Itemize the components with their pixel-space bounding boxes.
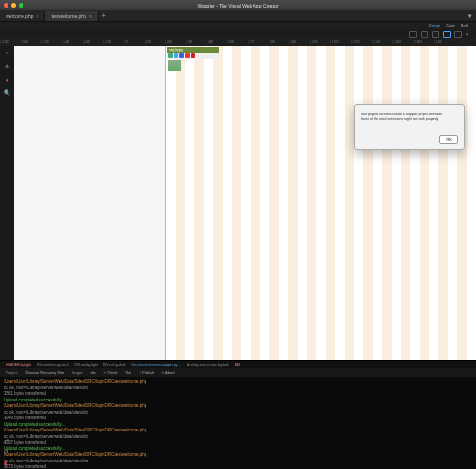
tab-testwelcome[interactable]: testwelcome.php × [45,11,98,21]
workspace: ↖ ✥ ● 🔍 seg_bg.jpg Your page is located … [0,46,476,360]
view-mode-bar: Design Code Both [0,22,476,29]
ruler-tick: 960 [289,40,310,44]
action-icon[interactable] [191,53,195,58]
action-icon[interactable] [174,53,178,58]
element-action-icons [167,53,219,59]
project-selector[interactable]: Disaster Recovery Site [26,371,65,375]
search-tool-icon[interactable]: 🔍 [4,89,11,97]
action-icon[interactable] [179,53,184,58]
ruler-tick: 1080 [310,40,330,44]
breadcrumb-item[interactable]: HEADER.bg-light [6,363,31,367]
mode-design[interactable]: Design [429,23,440,28]
ruler-tick: 1800 [434,40,454,44]
device-tablet-icon[interactable] [421,31,428,38]
abort-button[interactable]: Abort [161,371,174,375]
ruler-tick: -240 [83,40,103,44]
tab-welcome[interactable]: welcome.php × [0,11,45,21]
check-button[interactable]: Check [103,371,117,375]
tab-close-icon[interactable]: × [89,13,92,19]
tab-menu-icon[interactable]: ▾ [465,12,476,20]
project-label: Project: [6,371,19,375]
image-thumbnail [168,60,181,71]
breadcrumb-item[interactable]: DIV.row.bg-light [74,363,97,367]
hand-tool-icon[interactable]: ✥ [4,63,11,70]
terminal-branch-icon[interactable]: ⎇ [2,437,9,445]
breadcrumb-item[interactable]: DIV.col.bg-dark [103,363,126,367]
terminal-line: 3073 bytes transferred [4,464,472,469]
ruler-tick: -720 [41,40,62,44]
terminal-error-icon[interactable]: ◐ [2,460,9,467]
action-icon[interactable] [168,53,173,58]
dialog-ok-button[interactable]: OK [439,135,458,144]
record-tool-icon[interactable]: ● [4,76,11,83]
breadcrumb-item[interactable]: A.slidup-icon.lnr-eye.bg-dark [187,363,229,367]
ruler-tick: 720 [248,40,269,44]
ruler-tick: 1440 [372,40,392,44]
terminal-sync-icon[interactable]: ⟳ [2,448,9,456]
device-desktop-icon[interactable] [443,31,451,38]
dom-breadcrumb-bar: HEADER.bg-light DIV.container.py-sm-5 DI… [0,360,476,368]
tab-close-icon[interactable]: × [36,13,38,19]
ruler-tick: 120 [145,40,165,44]
device-desktop-wide-icon[interactable] [454,31,462,38]
breadcrumb-item[interactable]: IMG [235,363,241,367]
dialog-message-2: Some of the used extensions might not wo… [361,117,458,122]
device-menu-icon[interactable]: ▾ [466,31,468,37]
ruler-tick: 480 [207,40,227,44]
pointer-tool-icon[interactable]: ↖ [4,50,11,57]
device-phone-icon[interactable] [409,31,417,38]
selected-element-block[interactable]: seg_bg.jpg [167,47,219,72]
ruler-tick: 0 [124,40,145,44]
tab-label: welcome.php [6,13,33,19]
window-title: Wappler - The Visual Web App Creator [0,3,476,8]
add-tab-button[interactable]: + [99,12,110,19]
tab-label: testwelcome.php [51,13,86,19]
ruler-tick: -960 [21,40,41,44]
ruler-tick: 600 [227,40,248,44]
breadcrumb-item[interactable]: #drc-banner.banner-wrapper.py-… [131,363,182,367]
mode-code[interactable]: Code [446,23,455,28]
publish-button[interactable]: Publish [139,371,154,375]
action-icon[interactable] [185,53,190,58]
ruler-tick: -1200 [0,40,21,44]
ruler-tick: 240 [165,40,186,44]
ruler-tick: 1680 [413,40,434,44]
horizontal-ruler: -1200-960-720-480-240-120012024036048060… [0,38,476,46]
grid-overlay [166,46,476,360]
breadcrumb-item[interactable]: DIV.container.py-sm-5 [37,363,69,367]
project-command-bar: Project: Disaster Recovery Site Target: … [0,368,476,377]
ruler-tick: 360 [186,40,207,44]
output-terminal[interactable]: ⎇ ⟳ ◐ /Users/User/Library/Server/Web/Dat… [0,377,476,469]
get-button[interactable]: Get [126,371,131,375]
target-selector[interactable]: drc [90,371,96,375]
device-tablet-wide-icon[interactable] [432,31,439,38]
mode-both[interactable]: Both [461,23,468,28]
ruler-tick: 1200 [330,40,351,44]
ruler-tick: 1560 [392,40,413,44]
ruler-tick: 1320 [351,40,372,44]
target-label: Target: [71,371,83,375]
left-tool-rail: ↖ ✥ ● 🔍 [0,46,14,360]
design-canvas[interactable]: seg_bg.jpg Your page is located outside … [166,46,476,360]
device-preview-bar: ▾ [0,29,476,38]
document-tab-bar: welcome.php × testwelcome.php × + ▾ [0,10,476,22]
ruler-tick: -120 [103,40,124,44]
window-titlebar: Wappler - The Visual Web App Creator [0,0,476,10]
ruler-tick: 840 [269,40,289,44]
ruler-tick: -480 [62,40,83,44]
canvas-gutter [14,46,166,360]
terminal-side-rail: ⎇ ⟳ ◐ [0,435,11,469]
warning-dialog: Your page is located outside a Wappler p… [354,104,465,150]
